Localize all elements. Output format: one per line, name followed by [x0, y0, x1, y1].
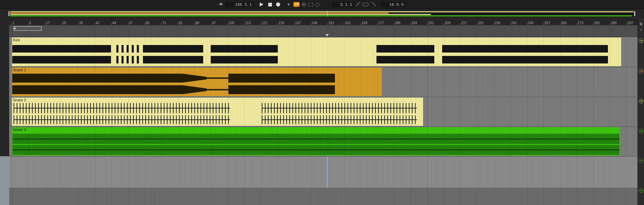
ruler-tick[interactable]: 193 — [410, 21, 417, 25]
track-fold-button[interactable] — [639, 69, 643, 73]
ruler-tick[interactable]: 129 — [277, 21, 284, 25]
ruler-tick[interactable]: 257 — [543, 21, 550, 25]
overview-left-handle[interactable] — [9, 11, 10, 16]
overview-clip-line — [10, 13, 388, 14]
play-button[interactable] — [258, 0, 265, 9]
punch-in-button[interactable] — [355, 0, 361, 9]
ruler-tick[interactable]: 225 — [477, 21, 484, 25]
follow-button[interactable] — [217, 0, 224, 9]
ruler-tick[interactable]: 41 — [95, 21, 99, 25]
overview-clip-line — [10, 11, 633, 12]
record-button[interactable] — [275, 0, 281, 9]
waveform — [137, 45, 139, 53]
stop-button[interactable] — [267, 0, 273, 9]
tick-mark — [360, 23, 361, 25]
ruler-tick[interactable]: 25 — [61, 21, 66, 25]
ruler-tick[interactable]: 57 — [128, 21, 133, 25]
ruler-tick[interactable]: 33 — [78, 21, 83, 25]
track-fold-button[interactable] — [639, 129, 643, 133]
waveform — [132, 45, 134, 53]
ruler-tick[interactable]: 105 — [228, 21, 235, 25]
ruler-tick[interactable]: 209 — [444, 21, 450, 25]
ruler-tick[interactable]: 233 — [494, 21, 500, 25]
tick-number: 289 — [611, 21, 617, 25]
automation-arm-button[interactable] — [293, 0, 300, 9]
overview-right-handle[interactable] — [634, 11, 635, 16]
arrangement-overview[interactable] — [8, 10, 636, 17]
tick-number: 105 — [229, 21, 235, 25]
ruler-tick[interactable]: 217 — [460, 21, 467, 25]
track-fold-button[interactable] — [639, 188, 643, 193]
tick-mark — [510, 23, 511, 25]
waveform — [262, 103, 417, 113]
track-lane-kick[interactable]: Kick — [9, 37, 638, 67]
waveform — [122, 45, 124, 53]
overdub-button[interactable]: + — [286, 0, 291, 9]
loop-brace[interactable] — [14, 26, 42, 31]
ruler-tick[interactable]: 89 — [194, 21, 199, 25]
session-record-button[interactable] — [315, 0, 320, 9]
scrub-area[interactable] — [9, 25, 638, 37]
add-track-button[interactable]: + — [638, 28, 644, 32]
ruler-tick[interactable]: 9 — [28, 21, 31, 25]
capture-midi-button[interactable] — [308, 0, 314, 9]
tick-mark — [28, 23, 29, 25]
ruler-tick[interactable]: 201 — [427, 21, 434, 25]
arrangement-position-display[interactable]: 155. 2. 1 — [225, 2, 254, 7]
ruler-tick[interactable]: 297 — [626, 21, 633, 25]
loop-start-display[interactable]: 3. 1. 1 — [332, 2, 354, 7]
waveform — [211, 45, 278, 53]
ruler-tick[interactable]: 289 — [610, 21, 617, 25]
tick-number: 185 — [395, 21, 401, 25]
chevron-down-icon — [640, 40, 642, 42]
reenable-automation-button[interactable] — [301, 0, 307, 9]
ruler-tick[interactable]: 161 — [344, 21, 351, 25]
clip-kick[interactable]: Kick — [12, 38, 621, 66]
punch-out-button[interactable] — [371, 0, 376, 9]
loop-button[interactable] — [362, 0, 369, 9]
tick-number: 113 — [245, 21, 251, 25]
clip-snare-1[interactable]: Snare 1 — [12, 68, 382, 96]
ruler-tick[interactable]: 81 — [178, 21, 182, 25]
waveform — [127, 45, 129, 53]
ruler-tick[interactable]: 137 — [294, 21, 301, 25]
ruler-tick[interactable]: 49 — [111, 21, 116, 25]
ruler-tick[interactable]: 121 — [261, 21, 268, 25]
tick-mark — [477, 23, 477, 25]
ruler-tick[interactable]: 97 — [211, 21, 216, 25]
ruler-tick[interactable]: 249 — [527, 21, 534, 25]
ruler-tick[interactable]: 17 — [45, 21, 50, 25]
ruler-tick[interactable]: 1 — [12, 21, 15, 25]
ruler-tick[interactable]: 153 — [327, 21, 334, 25]
bar-ruler[interactable]: 1917253341495765738189971051131211291371… — [9, 20, 638, 25]
ruler-tick[interactable]: 65 — [145, 21, 149, 25]
ruler-tick[interactable]: 73 — [161, 21, 166, 25]
ruler-tick[interactable]: 113 — [244, 21, 251, 25]
tick-number: 153 — [328, 21, 334, 25]
tick-mark — [244, 23, 245, 25]
track-fold-button[interactable] — [639, 159, 643, 163]
ruler-tick[interactable]: 281 — [593, 21, 600, 25]
tick-mark — [12, 23, 12, 25]
track-fold-button[interactable] — [639, 99, 643, 103]
ruler-tick[interactable]: 273 — [577, 21, 583, 25]
track-lane-snare-3[interactable]: Snare 3 — [9, 127, 638, 156]
ruler-tick[interactable]: 265 — [560, 21, 567, 25]
clip-snare-3[interactable]: Snare 3 — [12, 127, 620, 156]
track-fold-button[interactable] — [639, 39, 643, 43]
ruler-tick[interactable]: 241 — [510, 21, 517, 25]
ruler-tick[interactable]: 177 — [377, 21, 384, 25]
ruler-tick[interactable]: 145 — [311, 21, 318, 25]
track-lane-snare-1[interactable]: Snare 1 — [9, 67, 638, 97]
playhead-marker-icon[interactable] — [325, 34, 329, 36]
track-lane-empty-6[interactable] — [9, 188, 638, 205]
ruler-tick[interactable]: 169 — [360, 21, 367, 25]
track-lane-snare-2[interactable]: Snare 2 — [9, 97, 638, 127]
track-lane-empty-5[interactable] — [9, 156, 638, 188]
waveform — [183, 85, 207, 94]
waveform — [442, 45, 608, 53]
clip-snare-2[interactable]: Snare 2 — [12, 98, 423, 126]
ruler-tick[interactable]: 185 — [394, 21, 401, 25]
waveform — [132, 56, 134, 63]
loop-length-display[interactable]: 14. 0. 0 — [381, 2, 406, 7]
